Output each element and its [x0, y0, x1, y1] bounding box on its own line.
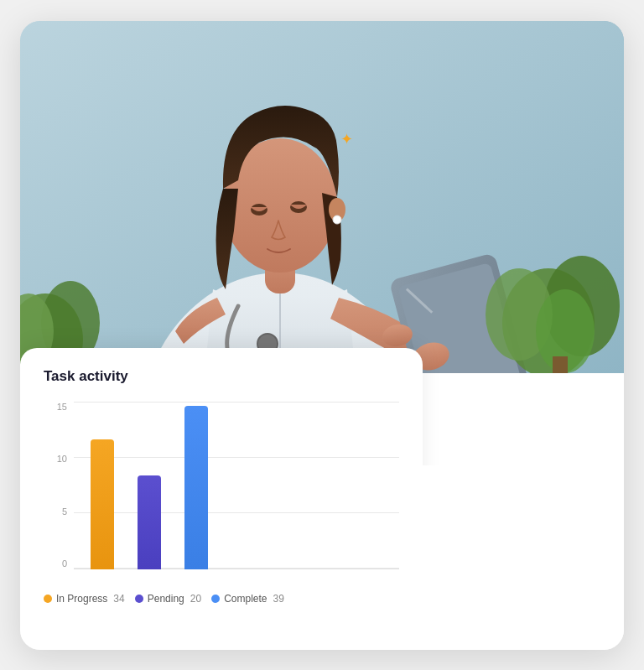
legend-item-pending: Pending 20 — [135, 593, 201, 605]
chart-area: 15 10 5 0 — [44, 402, 399, 586]
y-label-10: 10 — [44, 454, 67, 464]
svg-point-7 — [333, 216, 341, 224]
chart-title: Task activity — [44, 368, 399, 385]
bars-container — [74, 402, 399, 569]
sparkle-decoration: ✦ — [340, 130, 357, 147]
y-label-0: 0 — [44, 558, 67, 569]
legend-label-complete: Complete — [224, 593, 267, 605]
bar-inprogress — [91, 439, 114, 569]
chart-legend: In Progress 34 Pending 20 Complete 39 — [44, 593, 399, 605]
svg-rect-23 — [553, 356, 568, 373]
legend-item-complete: Complete 39 — [211, 593, 284, 605]
bar-group-pending — [138, 475, 161, 569]
right-panel — [423, 465, 624, 650]
legend-item-inprogress: In Progress 34 — [44, 593, 125, 605]
legend-dot-inprogress — [44, 595, 52, 603]
legend-count-inprogress: 34 — [113, 593, 124, 605]
legend-dot-pending — [135, 595, 143, 603]
bar-group-inprogress — [91, 439, 114, 569]
legend-dot-complete — [211, 595, 220, 603]
legend-label-pending: Pending — [148, 593, 184, 605]
y-label-5: 5 — [44, 506, 67, 517]
doctor-illustration — [20, 21, 624, 373]
bar-complete — [184, 406, 208, 569]
legend-count-pending: 20 — [190, 593, 201, 605]
bar-group-complete — [184, 406, 208, 569]
main-card: ✦ Task activity 15 10 5 0 — [20, 21, 624, 650]
legend-count-complete: 39 — [273, 593, 283, 605]
legend-label-inprogress: In Progress — [56, 593, 107, 605]
bar-pending — [138, 475, 161, 569]
y-axis: 15 10 5 0 — [44, 402, 67, 586]
chart-card: Task activity 15 10 5 0 — [20, 348, 423, 650]
hero-image: ✦ — [20, 21, 624, 373]
y-label-15: 15 — [44, 402, 67, 412]
